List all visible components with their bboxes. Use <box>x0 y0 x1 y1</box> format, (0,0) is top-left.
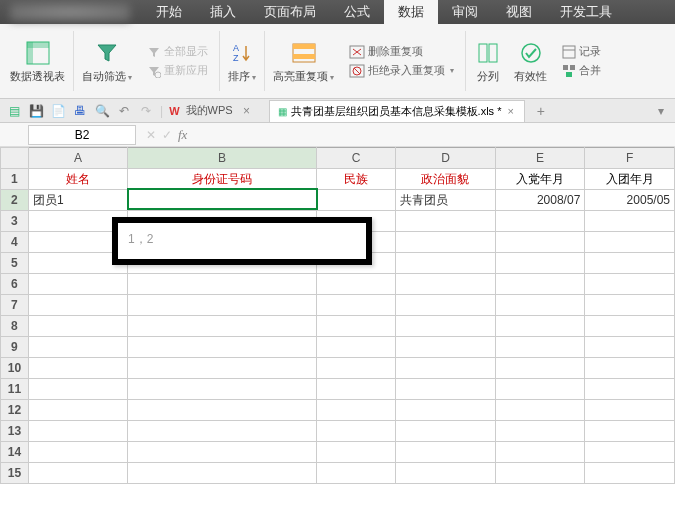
cell-B14[interactable] <box>128 442 317 463</box>
cell-C9[interactable] <box>316 337 395 358</box>
cell-C14[interactable] <box>316 442 395 463</box>
row-header-15[interactable]: 15 <box>1 463 29 484</box>
cell-D1[interactable]: 政治面貌 <box>396 169 495 190</box>
preview-icon[interactable]: 🔍 <box>94 103 110 119</box>
cell-F11[interactable] <box>585 379 675 400</box>
tab-layout[interactable]: 页面布局 <box>250 0 330 24</box>
autofilter-button[interactable]: 自动筛选 <box>78 39 136 84</box>
cell-E5[interactable] <box>495 253 585 274</box>
cell-F5[interactable] <box>585 253 675 274</box>
row-header-3[interactable]: 3 <box>1 211 29 232</box>
cell-A9[interactable] <box>28 337 127 358</box>
cell-E13[interactable] <box>495 421 585 442</box>
confirm-icon[interactable]: ✓ <box>162 128 172 142</box>
print-icon[interactable]: 🖶 <box>72 103 88 119</box>
tab-insert[interactable]: 插入 <box>196 0 250 24</box>
cell-B2[interactable] <box>128 190 317 211</box>
cell-F13[interactable] <box>585 421 675 442</box>
row-header-5[interactable]: 5 <box>1 253 29 274</box>
row-header-6[interactable]: 6 <box>1 274 29 295</box>
undo-icon[interactable]: ↶ <box>116 103 132 119</box>
cell-D7[interactable] <box>396 295 495 316</box>
showall-button[interactable]: 全部显示 <box>144 43 211 60</box>
col-header-A[interactable]: A <box>28 148 127 169</box>
cell-E2[interactable]: 2008/07 <box>495 190 585 211</box>
new-tab-button[interactable]: + <box>531 103 551 119</box>
row-header-4[interactable]: 4 <box>1 232 29 253</box>
row-header-1[interactable]: 1 <box>1 169 29 190</box>
cell-B12[interactable] <box>128 400 317 421</box>
cell-E15[interactable] <box>495 463 585 484</box>
cell-E4[interactable] <box>495 232 585 253</box>
doc-close-icon[interactable]: × <box>505 105 515 117</box>
cell-F9[interactable] <box>585 337 675 358</box>
cell-A8[interactable] <box>28 316 127 337</box>
row-header-14[interactable]: 14 <box>1 442 29 463</box>
cell-D11[interactable] <box>396 379 495 400</box>
cell-B13[interactable] <box>128 421 317 442</box>
row-header-13[interactable]: 13 <box>1 421 29 442</box>
cell-E11[interactable] <box>495 379 585 400</box>
tab-data[interactable]: 数据 <box>384 0 438 24</box>
cell-E12[interactable] <box>495 400 585 421</box>
name-box[interactable] <box>28 125 136 145</box>
tab-formula[interactable]: 公式 <box>330 0 384 24</box>
cell-F3[interactable] <box>585 211 675 232</box>
cell-B9[interactable] <box>128 337 317 358</box>
col-header-F[interactable]: F <box>585 148 675 169</box>
col-header-B[interactable]: B <box>128 148 317 169</box>
cell-E7[interactable] <box>495 295 585 316</box>
cell-A10[interactable] <box>28 358 127 379</box>
row-header-8[interactable]: 8 <box>1 316 29 337</box>
row-header-10[interactable]: 10 <box>1 358 29 379</box>
col-header-E[interactable]: E <box>495 148 585 169</box>
validation-button[interactable]: 有效性 <box>510 39 551 84</box>
highlight-dup-button[interactable]: 高亮重复项 <box>269 39 338 84</box>
new-icon[interactable]: ▤ <box>6 103 22 119</box>
cell-C7[interactable] <box>316 295 395 316</box>
document-tab[interactable]: ▦ 共青团基层组织团员基本信息采集模板.xls * × <box>269 100 525 122</box>
cell-C6[interactable] <box>316 274 395 295</box>
cell-A14[interactable] <box>28 442 127 463</box>
cell-B10[interactable] <box>128 358 317 379</box>
cell-D14[interactable] <box>396 442 495 463</box>
col-header-C[interactable]: C <box>316 148 395 169</box>
select-all-corner[interactable] <box>1 148 29 169</box>
cell-C8[interactable] <box>316 316 395 337</box>
cell-C2[interactable] <box>316 190 395 211</box>
cell-F4[interactable] <box>585 232 675 253</box>
cell-C12[interactable] <box>316 400 395 421</box>
wps-close-icon[interactable]: × <box>239 103 255 119</box>
sort-button[interactable]: AZ 排序 <box>224 39 260 84</box>
cell-C11[interactable] <box>316 379 395 400</box>
cancel-icon[interactable]: ✕ <box>146 128 156 142</box>
cell-E8[interactable] <box>495 316 585 337</box>
cell-E3[interactable] <box>495 211 585 232</box>
cell-A6[interactable] <box>28 274 127 295</box>
fx-icon[interactable]: fx <box>178 127 187 143</box>
cell-D13[interactable] <box>396 421 495 442</box>
record-button[interactable]: 记录 <box>559 43 604 60</box>
my-wps-button[interactable]: 我的WPS <box>186 103 233 118</box>
cell-D10[interactable] <box>396 358 495 379</box>
cell-C15[interactable] <box>316 463 395 484</box>
cell-B1[interactable]: 身份证号码 <box>128 169 317 190</box>
consolidate-button[interactable]: 合并 <box>559 62 604 79</box>
cell-A1[interactable]: 姓名 <box>28 169 127 190</box>
cell-F2[interactable]: 2005/05 <box>585 190 675 211</box>
cell-F7[interactable] <box>585 295 675 316</box>
cell-A12[interactable] <box>28 400 127 421</box>
pivot-button[interactable]: 数据透视表 <box>6 39 69 84</box>
reject-dup-button[interactable]: 拒绝录入重复项 <box>346 62 457 79</box>
cell-F10[interactable] <box>585 358 675 379</box>
cell-A15[interactable] <box>28 463 127 484</box>
cell-B7[interactable] <box>128 295 317 316</box>
tab-review[interactable]: 审阅 <box>438 0 492 24</box>
cell-C1[interactable]: 民族 <box>316 169 395 190</box>
cell-C10[interactable] <box>316 358 395 379</box>
cell-F1[interactable]: 入团年月 <box>585 169 675 190</box>
cell-A11[interactable] <box>28 379 127 400</box>
tab-start[interactable]: 开始 <box>142 0 196 24</box>
spreadsheet-grid[interactable]: A B C D E F 1 姓名 身份证号码 民族 政治面貌 入党年月 入团年月… <box>0 147 675 484</box>
cell-A2[interactable]: 团员1 <box>28 190 127 211</box>
